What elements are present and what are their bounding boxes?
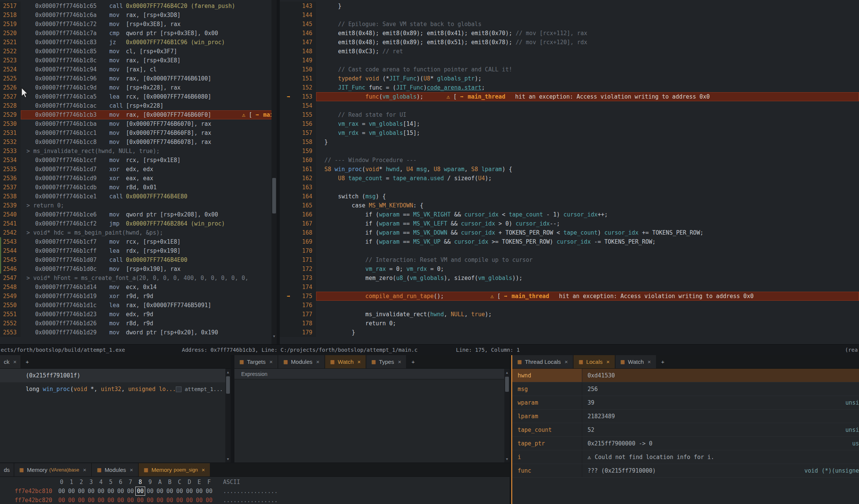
source-row[interactable]: 150 // Cast code arena to function point… xyxy=(280,65,859,74)
line-number[interactable]: 2547 xyxy=(0,274,21,283)
memory-byte[interactable]: 00 xyxy=(135,496,145,504)
line-number[interactable]: 2517 xyxy=(0,2,21,11)
line-number[interactable]: 2545 xyxy=(0,255,21,264)
source-row[interactable]: 178 return 0; xyxy=(280,319,859,328)
line-number[interactable]: 161 xyxy=(297,165,316,174)
line-number[interactable]: 166 xyxy=(297,210,316,219)
tab-ds[interactable]: ds xyxy=(0,463,14,476)
locals-row[interactable]: tape_ptr0x215ff7900000 -> 0us xyxy=(512,437,859,450)
callstack-scrollbar[interactable]: ▲ ▼ xyxy=(225,369,231,462)
memory-byte[interactable]: 00 xyxy=(204,487,214,496)
line-number[interactable]: 2538 xyxy=(0,192,21,201)
disasm-row[interactable]: 25170x00007ff7746b1c65call0x00007FF7746B… xyxy=(0,2,277,11)
line-number[interactable]: 2525 xyxy=(0,74,21,83)
disasm-row[interactable]: 25520x00007ff7746b1d26movr8d, r9d xyxy=(0,319,277,328)
line-number[interactable]: 159 xyxy=(297,147,316,156)
line-number[interactable]: 150 xyxy=(297,65,316,74)
tab-close-icon[interactable]: × xyxy=(398,359,401,365)
memory-byte[interactable]: 00 xyxy=(106,487,116,496)
line-number[interactable]: 158 xyxy=(297,138,316,147)
line-number[interactable]: 2552 xyxy=(0,319,21,328)
breakpoint-gutter[interactable] xyxy=(280,274,297,283)
source-row[interactable]: 145 // Epilogue: Save VM state back to g… xyxy=(280,20,859,29)
line-number[interactable]: 2543 xyxy=(0,237,21,246)
source-row[interactable]: 147 emit8(0x48); emit8(0x89); emit8(0x51… xyxy=(280,38,859,47)
source-row[interactable]: 162 U8 tape_count = tape_arena.used / si… xyxy=(280,174,859,183)
memory-byte[interactable]: 00 xyxy=(57,487,67,496)
breakpoint-gutter[interactable] xyxy=(280,174,297,183)
line-number[interactable]: 164 xyxy=(297,192,316,201)
line-number[interactable]: 144 xyxy=(297,11,316,20)
breakpoint-gutter[interactable] xyxy=(280,147,297,156)
disasm-row[interactable]: 25250x00007ff7746b1c96movrax, [0x00007FF… xyxy=(0,74,277,83)
line-number[interactable]: 2536 xyxy=(0,174,21,183)
locals-row[interactable]: tape_count52unsi xyxy=(512,423,859,437)
tab-memory[interactable]: ▦Memory(VArena)base× xyxy=(14,463,91,476)
disasm-row[interactable]: 25510x00007ff7746b1d23movedx, r9d xyxy=(0,310,277,319)
tab-close-icon[interactable]: × xyxy=(648,359,651,365)
line-number[interactable]: 2553 xyxy=(0,328,21,337)
memory-byte[interactable]: 00 xyxy=(67,487,76,496)
memory-byte[interactable]: 00 xyxy=(86,487,96,496)
breakpoint-gutter[interactable] xyxy=(280,11,297,20)
disasm-row[interactable]: 25290x00007ff7746b1cb3movrax, [0x00007FF… xyxy=(0,110,277,119)
line-number[interactable]: 2524 xyxy=(0,65,21,74)
locals-row[interactable]: hwnd0xd41530 xyxy=(512,369,859,382)
line-number[interactable]: 155 xyxy=(297,110,316,119)
disasm-row[interactable]: 25200x00007ff7746b1c7acmpqword ptr [rsp+… xyxy=(0,29,277,38)
line-number[interactable]: 2534 xyxy=(0,156,21,165)
disasm-row[interactable]: 2539> return 0; xyxy=(0,201,277,210)
disasm-row[interactable]: 25220x00007ff7746b1c85movcl, [rsp+0x3F7] xyxy=(0,47,277,56)
memory-byte[interactable]: 00 xyxy=(96,487,106,496)
line-number[interactable]: 2520 xyxy=(0,29,21,38)
breakpoint-gutter[interactable] xyxy=(280,319,297,328)
disasm-row[interactable]: 25180x00007ff7746b1c6amovrax, [rsp+0x3D8… xyxy=(0,11,277,20)
memory-byte[interactable]: 00 xyxy=(145,496,155,504)
line-number[interactable]: 145 xyxy=(297,20,316,29)
breakpoint-gutter[interactable] xyxy=(280,264,297,274)
tab-close-icon[interactable]: × xyxy=(564,359,568,365)
memory-byte[interactable]: 00 xyxy=(194,496,204,504)
breakpoint-gutter[interactable] xyxy=(280,2,297,11)
breakpoint-gutter[interactable] xyxy=(280,138,297,147)
memory-byte[interactable]: 00 xyxy=(165,496,175,504)
breakpoint-gutter[interactable] xyxy=(280,128,297,138)
line-number[interactable]: 2541 xyxy=(0,219,21,228)
locals-row[interactable]: msg256 xyxy=(512,382,859,396)
breakpoint-gutter[interactable] xyxy=(280,101,297,110)
source-row[interactable]: 171 // Interaction: Reset VM and compile… xyxy=(280,255,859,264)
new-tab-button[interactable]: + xyxy=(21,355,34,368)
execution-arrow-icon[interactable]: ➡ xyxy=(280,92,297,101)
disasm-row[interactable]: 25270x00007ff7746b1ca5learcx, [0x00007FF… xyxy=(0,92,277,101)
line-number[interactable]: 2550 xyxy=(0,301,21,310)
memory-byte[interactable]: 00 xyxy=(116,496,126,504)
line-number[interactable]: 163 xyxy=(297,183,316,192)
tab-close-icon[interactable]: × xyxy=(606,359,610,365)
disasm-row[interactable]: 25230x00007ff7746b1c8cmovrax, [rsp+0x3E8… xyxy=(0,56,277,65)
memory-byte[interactable]: 00 xyxy=(76,487,86,496)
line-number[interactable]: 165 xyxy=(297,201,316,210)
locals-row[interactable]: func??? (0x215ff7910000)void (*)(unsigne xyxy=(512,464,859,478)
disasm-row[interactable]: 25490x00007ff7746b1d19xorr9d, r9d xyxy=(0,292,277,301)
breakpoint-gutter[interactable] xyxy=(280,310,297,319)
source-row[interactable]: 167 if (wparam == MS_VK_LEFT && cursor_i… xyxy=(280,219,859,228)
source-row[interactable]: 152 JIT_Func func = (JIT_Func)code_arena… xyxy=(280,83,859,92)
source-row[interactable]: 144 xyxy=(280,11,859,20)
breakpoint-gutter[interactable] xyxy=(280,201,297,210)
disasm-row[interactable]: 2542> void* hdc = ms_begin_paint(hwnd, &… xyxy=(0,228,277,237)
disasm-row[interactable]: 25440x00007ff7746b1cffleardx, [rsp+0x198… xyxy=(0,246,277,255)
line-number[interactable]: 171 xyxy=(297,255,316,264)
tab-memory[interactable]: ▦Memorypoem_sign× xyxy=(139,463,210,476)
line-number[interactable]: 2549 xyxy=(0,292,21,301)
disasm-row[interactable]: 25300x00007ff7746b1cbamov[0x00007FF7746B… xyxy=(0,119,277,128)
breakpoint-gutter[interactable] xyxy=(280,74,297,83)
memory-byte[interactable]: 00 xyxy=(76,496,86,504)
memory-byte-selected[interactable]: 00 xyxy=(135,487,145,496)
memory-byte[interactable]: 00 xyxy=(194,487,204,496)
callstack-frame[interactable]: (0x215ff791001f) xyxy=(0,369,231,382)
scrollbar-thumb[interactable] xyxy=(226,376,230,394)
disasm-row[interactable]: 25190x00007ff7746b1c72mov[rsp+0x3E8], ra… xyxy=(0,20,277,29)
panel-splitter[interactable] xyxy=(277,0,280,344)
line-number[interactable]: 2542 xyxy=(0,228,21,237)
memory-byte[interactable]: 00 xyxy=(175,496,185,504)
